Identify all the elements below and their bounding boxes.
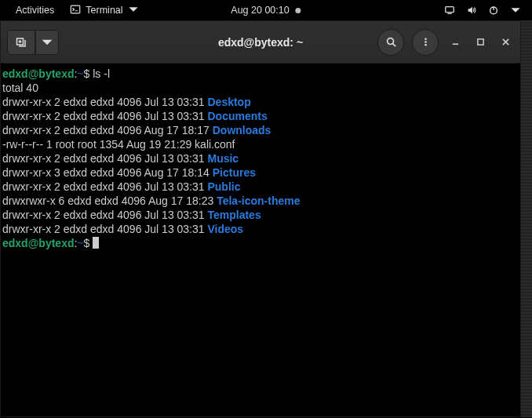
listing-row: drwxr-xr-x 3 edxd edxd 4096 Aug 17 18:14… bbox=[2, 166, 256, 179]
terminal-window: edxd@bytexd: ~ edxd@bytexd:~$ ls -l tota… bbox=[0, 20, 521, 417]
listing-row: drwxr-xr-x 2 edxd edxd 4096 Jul 13 03:31… bbox=[2, 209, 261, 221]
svg-point-5 bbox=[425, 38, 427, 40]
maximize-button[interactable] bbox=[472, 34, 489, 51]
svg-point-6 bbox=[425, 41, 427, 43]
svg-point-7 bbox=[425, 44, 427, 46]
prompt-host: bytexd bbox=[38, 67, 74, 80]
file-listing: drwxr-xr-x 2 edxd edxd 4096 Jul 13 03:31… bbox=[2, 96, 300, 235]
listing-row: drwxr-xr-x 2 edxd edxd 4096 Jul 13 03:31… bbox=[2, 152, 239, 165]
new-tab-button[interactable] bbox=[7, 30, 35, 55]
listing-row: drwxr-xr-x 2 edxd edxd 4096 Jul 13 03:31… bbox=[2, 96, 251, 108]
chevron-down-icon[interactable] bbox=[505, 2, 526, 19]
window-title: edxd@bytexd: ~ bbox=[218, 36, 303, 49]
prompt-line-1: edxd@bytexd:~$ ls -l bbox=[2, 67, 110, 80]
app-menu-button[interactable]: Terminal bbox=[62, 1, 146, 20]
terminal-viewport[interactable]: edxd@bytexd:~$ ls -l total 40 drwxr-xr-x… bbox=[1, 64, 520, 416]
directory-name: Pictures bbox=[213, 166, 256, 179]
typed-command: ls -l bbox=[93, 67, 110, 80]
directory-name: Documents bbox=[207, 110, 267, 122]
right-edge-strip bbox=[521, 20, 532, 417]
clock-text: Aug 20 00:10 bbox=[231, 5, 289, 16]
total-line: total 40 bbox=[2, 82, 38, 94]
app-menu-label: Terminal bbox=[86, 5, 122, 16]
prompt-line-2: edxd@bytexd:~$ bbox=[2, 237, 99, 249]
terminal-icon bbox=[70, 4, 81, 17]
svg-rect-0 bbox=[71, 5, 80, 13]
listing-row: drwxrwxr-x 6 edxd edxd 4096 Aug 17 18:23… bbox=[2, 194, 300, 207]
directory-name: Templates bbox=[207, 209, 261, 221]
clock-area[interactable]: Aug 20 00:10 bbox=[231, 5, 301, 16]
close-button[interactable] bbox=[497, 34, 514, 51]
file-name: kali.conf bbox=[195, 138, 235, 151]
listing-row: drwxr-xr-x 2 edxd edxd 4096 Jul 13 03:31… bbox=[2, 180, 241, 193]
gnome-top-panel: Activities Terminal Aug 20 00:10 bbox=[0, 0, 532, 20]
hamburger-menu-button[interactable] bbox=[412, 29, 439, 56]
directory-name: Videos bbox=[207, 223, 243, 235]
directory-name: Music bbox=[207, 152, 239, 165]
minimize-button[interactable] bbox=[446, 34, 464, 51]
search-button[interactable] bbox=[377, 29, 404, 56]
screen-icon[interactable] bbox=[439, 2, 460, 19]
directory-name: Tela-icon-theme bbox=[217, 194, 300, 207]
directory-name: Public bbox=[207, 180, 240, 193]
svg-point-4 bbox=[387, 38, 393, 45]
directory-name: Desktop bbox=[207, 96, 250, 108]
listing-row: drwxr-xr-x 2 edxd edxd 4096 Aug 17 18:17… bbox=[2, 124, 271, 136]
listing-row: drwxr-xr-x 2 edxd edxd 4096 Jul 13 03:31… bbox=[2, 223, 243, 235]
svg-rect-8 bbox=[477, 39, 483, 45]
tab-button-group bbox=[7, 30, 59, 55]
chevron-down-icon bbox=[128, 4, 139, 17]
prompt-path: ~ bbox=[77, 67, 83, 80]
listing-row: drwxr-xr-x 2 edxd edxd 4096 Jul 13 03:31… bbox=[2, 110, 268, 122]
notification-dot-icon bbox=[296, 8, 301, 13]
activities-button[interactable]: Activities bbox=[8, 2, 62, 19]
tab-menu-button[interactable] bbox=[35, 30, 59, 55]
prompt-user: edxd bbox=[2, 67, 28, 80]
volume-icon[interactable] bbox=[461, 2, 482, 19]
directory-name: Downloads bbox=[213, 124, 271, 136]
terminal-cursor bbox=[93, 237, 99, 249]
listing-row: -rw-r--r-- 1 root root 1354 Aug 19 21:29… bbox=[2, 138, 235, 151]
svg-rect-1 bbox=[446, 7, 454, 13]
power-icon[interactable] bbox=[483, 2, 504, 19]
window-titlebar: edxd@bytexd: ~ bbox=[1, 21, 520, 64]
